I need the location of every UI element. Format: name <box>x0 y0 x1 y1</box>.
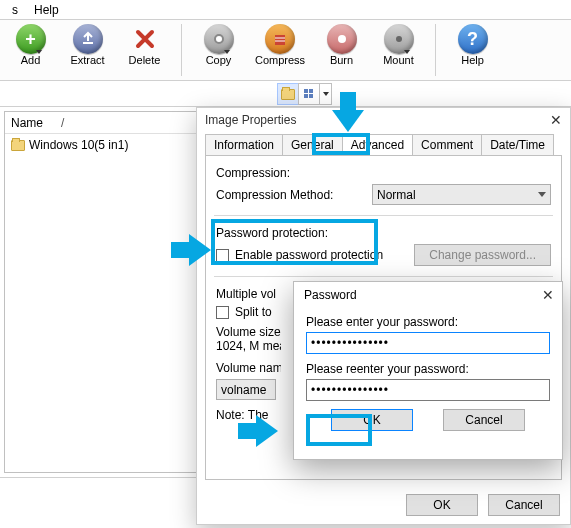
folder-icon <box>281 89 295 100</box>
password-dialog: Password ✕ Please enter your password: •… <box>293 281 563 460</box>
file-tree[interactable]: Name / Windows 10(5 in1) <box>4 111 197 473</box>
help-button[interactable]: ? Help <box>444 20 501 80</box>
volume-name-value: volname <box>221 383 266 397</box>
copy-button[interactable]: Copy <box>190 20 247 80</box>
chevron-down-icon <box>224 50 230 54</box>
split-label: Split to <box>235 305 272 319</box>
password-reenter-label: Please reenter your password: <box>306 362 550 376</box>
tree-item[interactable]: Windows 10(5 in1) <box>5 134 196 156</box>
toolbar-label: Compress <box>255 54 305 66</box>
password-dialog-title: Password <box>304 288 357 302</box>
ok-button[interactable]: OK <box>406 494 478 516</box>
password-ok-button[interactable]: OK <box>331 409 413 431</box>
enable-password-label: Enable password protection <box>235 248 383 262</box>
col-name-header[interactable]: Name <box>11 116 61 130</box>
volume-name-select[interactable]: volname <box>216 379 276 400</box>
password-enter-label: Please enter your password: <box>306 315 550 329</box>
menu-item-help[interactable]: Help <box>26 2 67 17</box>
toolbar-label: Help <box>461 54 484 66</box>
chevron-down-icon <box>538 192 546 197</box>
tree-header[interactable]: Name / <box>5 112 196 134</box>
toolbar-label: Mount <box>383 54 414 66</box>
burn-button[interactable]: Burn <box>313 20 370 80</box>
split-checkbox[interactable]: Split to <box>216 305 272 319</box>
compression-method-value: Normal <box>377 188 416 202</box>
divider <box>214 276 553 277</box>
toolbar-label: Copy <box>206 54 232 66</box>
checkbox-icon <box>216 249 229 262</box>
password-input[interactable]: ••••••••••••••• <box>306 332 550 354</box>
view-dropdown[interactable] <box>319 83 332 105</box>
help-icon: ? <box>458 24 488 54</box>
tab-advanced[interactable]: Advanced <box>342 134 413 155</box>
view-toolbar <box>0 81 571 107</box>
enable-password-checkbox[interactable]: Enable password protection <box>216 248 383 262</box>
chevron-down-icon <box>36 50 42 54</box>
tab-datetime[interactable]: Date/Time <box>481 134 554 155</box>
password-protection-label: Password protection: <box>216 226 551 240</box>
grid-icon <box>304 89 314 99</box>
compression-method-select[interactable]: Normal <box>372 184 551 205</box>
toolbar-label: Extract <box>70 54 104 66</box>
separator <box>181 24 182 76</box>
compress-icon <box>265 24 295 54</box>
view-tree-button[interactable] <box>277 83 299 105</box>
menubar: s Help <box>0 0 571 20</box>
add-button[interactable]: + Add <box>2 20 59 80</box>
dialog-title: Image Properties <box>205 113 296 127</box>
dialog-tabs: Information General Advanced Comment Dat… <box>205 134 562 155</box>
password-confirm-input[interactable]: ••••••••••••••• <box>306 379 550 401</box>
compress-button[interactable]: Compress <box>247 20 313 80</box>
tree-item-label: Windows 10(5 in1) <box>29 138 128 152</box>
folder-icon <box>11 140 25 151</box>
close-icon[interactable]: ✕ <box>550 112 562 128</box>
extract-icon <box>73 24 103 54</box>
divider <box>214 215 553 216</box>
toolbar-label: Delete <box>129 54 161 66</box>
delete-icon <box>130 24 160 54</box>
close-icon[interactable]: ✕ <box>542 287 554 303</box>
tab-general[interactable]: General <box>282 134 343 155</box>
toolbar: + Add Extract Delete Copy Compress Burn <box>0 20 571 81</box>
multiple-volumes-label: Multiple volumes: <box>216 287 276 301</box>
toolbar-label: Add <box>21 54 41 66</box>
chevron-down-icon <box>323 92 329 96</box>
chevron-down-icon <box>404 50 410 54</box>
extract-button[interactable]: Extract <box>59 20 116 80</box>
svg-rect-0 <box>275 35 285 45</box>
compression-method-label: Compression Method: <box>216 188 366 202</box>
volume-name-label: Volume name: <box>216 361 281 375</box>
toolbar-label: Burn <box>330 54 353 66</box>
tab-information[interactable]: Information <box>205 134 283 155</box>
burn-icon <box>327 24 357 54</box>
compression-label: Compression: <box>216 166 551 180</box>
view-grid-button[interactable] <box>298 83 320 105</box>
volume-size-label: Volume size: <box>216 325 281 339</box>
delete-button[interactable]: Delete <box>116 20 173 80</box>
checkbox-icon <box>216 306 229 319</box>
tab-comment[interactable]: Comment <box>412 134 482 155</box>
volume-size-hint: 1024, M means <box>216 339 281 353</box>
separator <box>435 24 436 76</box>
note-label: Note: The <box>216 408 268 422</box>
menu-item[interactable]: s <box>4 2 26 17</box>
mount-button[interactable]: Mount <box>370 20 427 80</box>
password-cancel-button[interactable]: Cancel <box>443 409 525 431</box>
change-password-button[interactable]: Change password... <box>414 244 551 266</box>
cancel-button[interactable]: Cancel <box>488 494 560 516</box>
svg-point-1 <box>396 36 402 42</box>
